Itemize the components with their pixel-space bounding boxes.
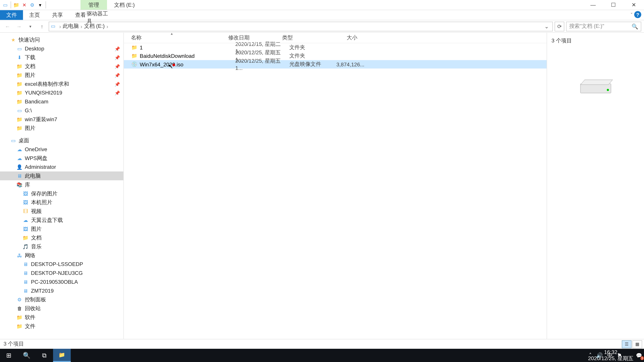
nav-music[interactable]: 🎵音乐 bbox=[0, 242, 124, 251]
column-type[interactable]: 类型 bbox=[282, 34, 326, 41]
qat-folder-icon[interactable]: 📁 bbox=[13, 1, 20, 8]
nav-software[interactable]: 📁软件 bbox=[0, 313, 124, 322]
pin-icon: 📌 bbox=[114, 64, 120, 69]
content-area: ★快速访问 ▭Desktop📌 ⬇下载📌 📁文档📌 📁图片📌 📁excel表格制… bbox=[0, 33, 644, 339]
refresh-button[interactable]: ⟳ bbox=[554, 21, 564, 31]
chevron-right-icon[interactable]: › bbox=[59, 23, 62, 29]
close-button[interactable]: ✕ bbox=[624, 0, 644, 10]
nav-library[interactable]: 📚库 bbox=[0, 180, 124, 189]
file-type: 光盘映像文件 bbox=[289, 60, 334, 68]
nav-control-panel[interactable]: ⚙控制面板 bbox=[0, 295, 124, 304]
notification-badge: 3 bbox=[640, 356, 644, 360]
nav-pictures2[interactable]: 📁图片 bbox=[0, 124, 124, 133]
qat-close-icon[interactable]: ✕ bbox=[21, 1, 28, 8]
nav-files[interactable]: 📁文件 bbox=[0, 322, 124, 331]
ribbon-tab-drive-tools[interactable]: 驱动器工具 bbox=[80, 10, 114, 25]
nav-net4[interactable]: 🖥ZMT2019 bbox=[0, 286, 124, 295]
nav-back-button[interactable]: ← bbox=[3, 21, 12, 31]
nav-recycle[interactable]: 🗑回收站 bbox=[0, 304, 124, 313]
file-row[interactable]: 📁 BaiduNetdiskDownload 2020/12/25, 星期五 1… bbox=[124, 52, 546, 60]
sort-asc-icon: ▴ bbox=[171, 31, 173, 36]
contextual-tab-manage[interactable]: 管理 bbox=[80, 0, 107, 10]
nav-admin[interactable]: 👤Administrator bbox=[0, 163, 124, 171]
column-name[interactable]: 名称▴ bbox=[131, 34, 228, 41]
qat-dropdown-icon[interactable]: ▾ bbox=[37, 1, 44, 8]
nav-pics3[interactable]: 🖼图片 bbox=[0, 225, 124, 233]
qat-properties-icon[interactable]: ⚙ bbox=[29, 1, 36, 8]
nav-tianyi[interactable]: ☁天翼云盘下载 bbox=[0, 216, 124, 225]
nav-thispc[interactable]: 🖥此电脑 bbox=[0, 171, 124, 180]
image-icon: 🖼 bbox=[22, 226, 29, 232]
image-icon: 🖼 bbox=[22, 200, 29, 205]
ribbon-tab-share[interactable]: 共享 bbox=[46, 10, 69, 20]
nav-forward-button[interactable]: → bbox=[14, 21, 24, 31]
details-pane: 3 个项目 bbox=[546, 33, 644, 339]
nav-up-button[interactable]: ↑ bbox=[37, 21, 47, 31]
view-icons-button[interactable]: ▦ bbox=[632, 340, 642, 348]
column-size[interactable]: 大小 bbox=[326, 34, 358, 41]
nav-win7reinstall[interactable]: 📁win7重装win7 bbox=[0, 115, 124, 124]
help-icon[interactable]: ? bbox=[634, 11, 641, 18]
file-name: BaiduNetdiskDownload bbox=[140, 53, 235, 59]
nav-gdrive[interactable]: ▭G:\ bbox=[0, 106, 124, 115]
navigation-pane[interactable]: ★快速访问 ▭Desktop📌 ⬇下载📌 📁文档📌 📁图片📌 📁excel表格制… bbox=[0, 33, 124, 339]
clock-date: 2020/12/25, 星期五 bbox=[586, 355, 635, 362]
ribbon-tab-home[interactable]: 主页 bbox=[23, 10, 46, 20]
nav-saved-pics[interactable]: 🖼保存的图片 bbox=[0, 189, 124, 198]
ribbon-expand-icon[interactable]: ˇ bbox=[631, 12, 632, 17]
clock-time: 16:32 bbox=[586, 349, 635, 355]
nav-desktop[interactable]: ▭Desktop📌 bbox=[0, 44, 124, 53]
window-title: 文档 (E:) bbox=[114, 0, 135, 10]
start-button[interactable]: ⊞ bbox=[0, 349, 18, 362]
view-details-button[interactable]: ☰ bbox=[622, 340, 632, 348]
nav-excel[interactable]: 📁excel表格制作求和📌 bbox=[0, 80, 124, 88]
taskbar-clock[interactable]: 16:32 2020/12/25, 星期五 bbox=[586, 349, 635, 362]
nav-bandicam[interactable]: 📁Bandicam bbox=[0, 97, 124, 106]
nav-net1[interactable]: 🖥DESKTOP-LSSOEDP bbox=[0, 260, 124, 269]
nav-net2[interactable]: 🖥DESKTOP-NJEU3CG bbox=[0, 269, 124, 278]
drive-icon: ▭ bbox=[16, 108, 23, 113]
nav-local-photos[interactable]: 🖼本机照片 bbox=[0, 198, 124, 207]
breadcrumb[interactable]: ▭ › 此电脑 › 文档 (E:) › ⌄ bbox=[49, 21, 553, 31]
task-view-button[interactable]: ⧉ bbox=[36, 349, 53, 362]
taskbar-explorer-button[interactable]: 📁 bbox=[53, 349, 70, 362]
file-size: 3,874,126... bbox=[334, 61, 364, 67]
folder-icon: 📁 bbox=[16, 323, 23, 329]
file-row-selected[interactable]: 💿 Win7x64_2020.iso 2020/12/25, 星期五 1... … bbox=[124, 60, 546, 68]
folder-icon: 📁 bbox=[131, 53, 138, 59]
nav-videos[interactable]: 🎞视频 bbox=[0, 207, 124, 216]
minimize-button[interactable]: — bbox=[583, 0, 603, 10]
nav-desktop-cn[interactable]: ▭桌面 bbox=[0, 136, 124, 145]
nav-onedrive[interactable]: ☁OneDrive bbox=[0, 145, 124, 154]
column-date[interactable]: 修改日期 bbox=[228, 34, 282, 41]
breadcrumb-seg-thispc[interactable]: 此电脑 bbox=[62, 22, 80, 30]
nav-wps[interactable]: ☁WPS网盘 bbox=[0, 154, 124, 163]
nav-docs2[interactable]: 📁文档 bbox=[0, 233, 124, 242]
maximize-button[interactable]: ☐ bbox=[603, 0, 624, 10]
user-icon: 👤 bbox=[16, 164, 23, 170]
breadcrumb-dropdown-icon[interactable]: ⌄ bbox=[543, 23, 550, 29]
search-input[interactable]: 搜索"文档 (E:)" 🔍 bbox=[566, 21, 641, 31]
ribbon-tab-file[interactable]: 文件 bbox=[0, 10, 23, 20]
nav-quick-access[interactable]: ★快速访问 bbox=[0, 35, 124, 44]
folder-icon: 📁 bbox=[16, 99, 23, 104]
pin-icon: 📌 bbox=[114, 90, 120, 95]
nav-documents[interactable]: 📁文档📌 bbox=[0, 62, 124, 71]
drive-icon: ▭ bbox=[51, 23, 57, 29]
desktop-icon: ▭ bbox=[10, 138, 17, 143]
nav-downloads[interactable]: ⬇下载📌 bbox=[0, 53, 124, 62]
nav-net3[interactable]: 🖥PC-20190530OBLA bbox=[0, 278, 124, 286]
file-name: 1 bbox=[140, 44, 235, 51]
taskbar-search-button[interactable]: 🔍 bbox=[18, 349, 35, 362]
nav-pictures[interactable]: 📁图片📌 bbox=[0, 71, 124, 80]
file-row[interactable]: 📁 1 2020/12/15, 星期二 1... 文件夹 bbox=[124, 43, 546, 52]
action-center-button[interactable]: 💬3 bbox=[635, 351, 643, 359]
column-headers: 名称▴ 修改日期 类型 大小 bbox=[124, 33, 546, 43]
pc-icon: 🖥 bbox=[22, 279, 29, 285]
video-icon: 🎞 bbox=[22, 209, 29, 214]
nav-history-dropdown[interactable]: ▾ bbox=[26, 21, 36, 31]
nav-yunqishi[interactable]: 📁YUNQISHI2019📌 bbox=[0, 88, 124, 97]
cloud-icon: ☁ bbox=[16, 155, 23, 161]
nav-network[interactable]: 🖧网络 bbox=[0, 251, 124, 260]
settings-icon: ⚙ bbox=[16, 297, 23, 303]
